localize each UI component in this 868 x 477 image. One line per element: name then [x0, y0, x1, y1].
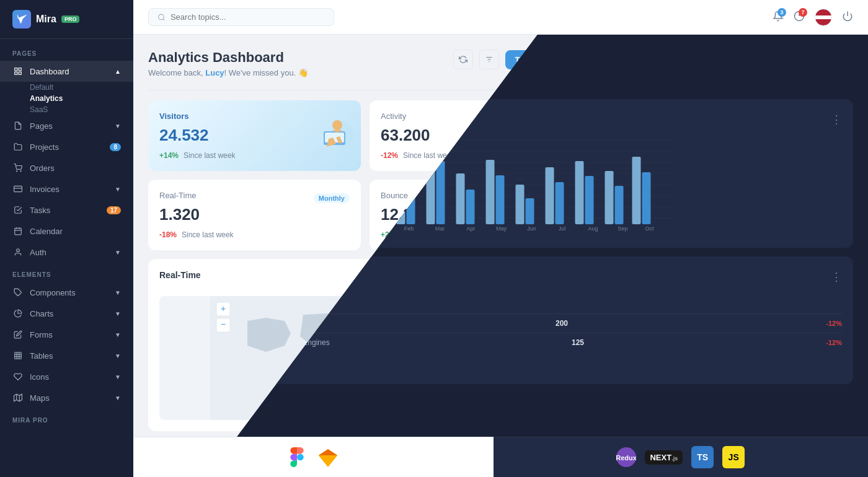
edit-icon	[12, 329, 24, 340]
chevron-down-icon: ▼	[115, 186, 121, 193]
filter-button[interactable]	[479, 50, 499, 69]
projects-label: Projects	[30, 142, 59, 152]
realtime-value: 1.320	[159, 205, 350, 224]
svg-rect-6	[14, 186, 22, 191]
svg-rect-74	[516, 185, 525, 224]
puzzle-icon	[12, 287, 24, 298]
logo-area: Mira PRO	[0, 0, 133, 39]
svg-text:Feb: Feb	[404, 225, 414, 232]
check-icon	[12, 204, 24, 216]
alerts-button[interactable]: 7	[794, 11, 805, 24]
source-row-social: Social 200 -12%	[277, 313, 842, 333]
sidebar-sub-analytics[interactable]: Analytics	[0, 93, 133, 104]
svg-point-22	[159, 14, 164, 20]
svg-rect-72	[496, 175, 505, 224]
svg-text:−: −	[221, 319, 226, 329]
svg-point-34	[332, 120, 342, 130]
svg-rect-83	[605, 171, 614, 224]
search-value: 125	[572, 338, 584, 347]
refresh-button[interactable]	[453, 50, 473, 69]
search-change: -12%	[826, 339, 842, 346]
sidebar-item-pages[interactable]: Pages ▼	[0, 115, 133, 136]
sidebar-item-calendar[interactable]: Calendar	[0, 221, 133, 242]
tasks-label: Tasks	[30, 206, 50, 215]
maps-label: Maps	[30, 393, 50, 403]
sidebar-item-invoices[interactable]: Invoices ▼	[0, 178, 133, 199]
svg-rect-3	[15, 72, 17, 74]
sidebar-sub-default[interactable]: Default	[0, 82, 133, 93]
pie-icon	[12, 308, 24, 319]
dashboard-label: Dashboard	[30, 67, 69, 76]
sidebar-item-projects[interactable]: Projects 8	[0, 136, 133, 157]
sidebar-item-forms[interactable]: Forms ▼	[0, 324, 133, 345]
power-button[interactable]	[842, 11, 853, 24]
visitors-illustration	[305, 113, 355, 159]
header: 3 7	[133, 0, 868, 35]
svg-rect-68	[456, 173, 465, 224]
charts-label: Charts	[30, 309, 53, 318]
icons-label: Icons	[30, 372, 49, 382]
realtime-badge: Monthly	[314, 193, 350, 203]
invoices-label: Invoices	[30, 185, 60, 194]
sidebar-item-tables[interactable]: Tables ▼	[0, 345, 133, 366]
svg-point-5	[20, 171, 21, 172]
tables-label: Tables	[30, 351, 53, 361]
notifications-button[interactable]: 3	[773, 11, 784, 24]
chevron-down-icon: ▲	[115, 68, 121, 75]
sidebar-item-tasks[interactable]: Tasks 17	[0, 199, 133, 221]
forms-label: Forms	[30, 330, 53, 339]
header-right: 3 7	[773, 9, 853, 26]
source-more-button[interactable]: ⋮	[831, 270, 842, 284]
mobile-desktop-more[interactable]: ⋮	[831, 113, 842, 126]
svg-text:Jun: Jun	[527, 225, 536, 232]
folder-icon	[12, 141, 24, 152]
svg-text:Oct: Oct	[645, 225, 654, 232]
sidebar-item-dashboard[interactable]: Dashboard ▲	[0, 61, 133, 82]
chevron-down-icon: ▼	[115, 395, 121, 401]
logo-icon	[12, 10, 31, 28]
page-title: Analytics Dashboard	[148, 50, 308, 66]
sidebar-item-auth[interactable]: Auth ▼	[0, 242, 133, 263]
svg-rect-8	[15, 228, 22, 235]
svg-point-12	[17, 249, 20, 252]
sidebar-item-icons[interactable]: Icons ▼	[0, 366, 133, 387]
language-selector[interactable]	[815, 9, 832, 26]
credit-card-icon	[12, 183, 24, 195]
realtime-card: Real-Time Monthly 1.320 -18% Since last …	[148, 180, 361, 250]
svg-rect-75	[526, 198, 534, 224]
realtime-change-label: Since last week	[182, 230, 233, 239]
notifications-badge: 3	[777, 8, 786, 17]
grid-icon	[12, 66, 24, 77]
search-box[interactable]	[148, 8, 334, 26]
svg-rect-77	[546, 167, 554, 224]
svg-rect-2	[19, 72, 21, 74]
sidebar-sub-saas[interactable]: SaaS	[0, 104, 133, 115]
chevron-down-icon: ▼	[115, 352, 121, 359]
search-input[interactable]	[170, 12, 325, 22]
section-mira-pro: MIRA PRO	[0, 408, 133, 427]
chevron-down-icon: ▼	[115, 374, 121, 380]
svg-line-23	[163, 19, 164, 20]
sidebar-item-charts[interactable]: Charts ▼	[0, 303, 133, 324]
user-icon	[12, 247, 24, 258]
search-icon	[157, 13, 166, 22]
sidebar-item-maps[interactable]: Maps ▼	[0, 387, 133, 408]
svg-rect-69	[466, 190, 475, 224]
sidebar-item-orders[interactable]: Orders	[0, 157, 133, 178]
chevron-down-icon: ▼	[115, 331, 121, 338]
svg-rect-86	[632, 157, 641, 224]
svg-point-4	[17, 171, 17, 172]
chevron-down-icon: ▼	[115, 289, 121, 296]
tasks-badge: 17	[107, 206, 121, 214]
redux-icon: Redux	[616, 447, 636, 467]
javascript-icon: JS	[722, 446, 745, 468]
tech-logos-dark: Redux NEXT.js TS JS	[494, 437, 868, 477]
svg-text:Mar: Mar	[435, 225, 445, 232]
alerts-badge: 7	[799, 8, 807, 17]
svg-rect-78	[556, 182, 564, 224]
nextjs-icon: NEXT.js	[645, 450, 683, 465]
sidebar-item-components[interactable]: Components ▼	[0, 282, 133, 303]
tech-logos-section: Redux NEXT.js TS JS	[133, 437, 868, 477]
svg-rect-87	[642, 172, 651, 224]
projects-badge: 8	[110, 143, 121, 151]
